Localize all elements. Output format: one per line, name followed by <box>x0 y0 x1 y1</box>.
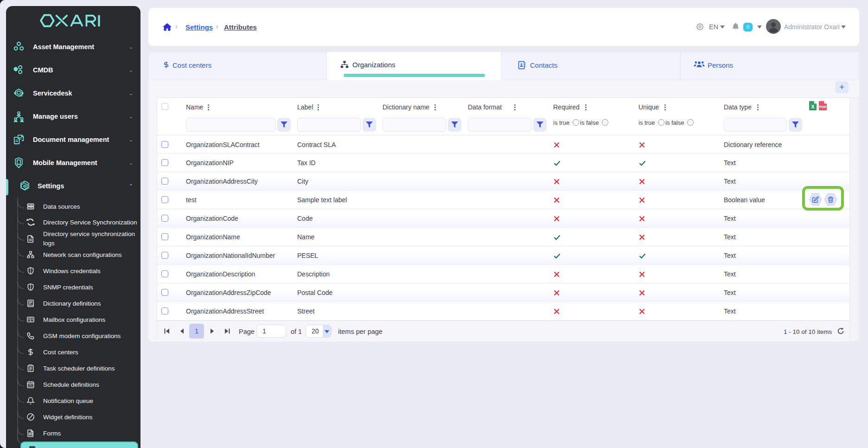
svg-text:PDF: PDF <box>819 105 827 109</box>
svg-text:X: X <box>811 104 815 109</box>
